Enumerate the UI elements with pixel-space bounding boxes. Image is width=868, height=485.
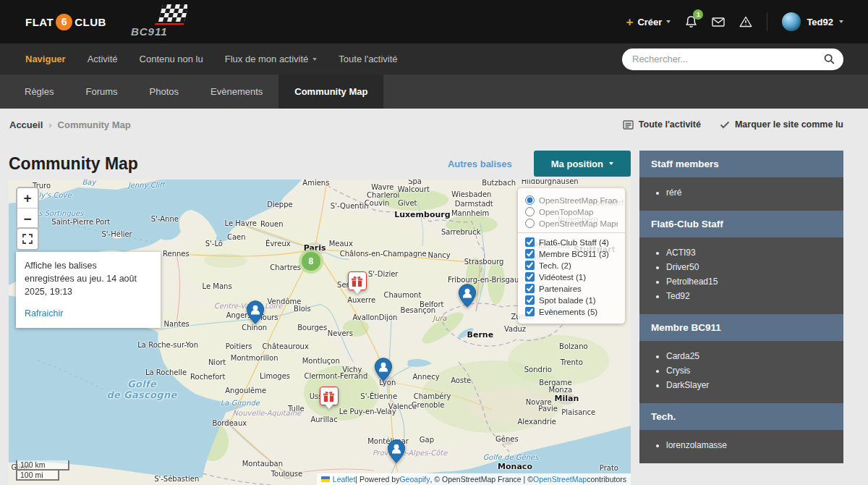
overlay-option[interactable]: Flat6-Club Staff (4) — [525, 237, 618, 247]
nav-item-activit[interactable]: Activité — [88, 54, 118, 64]
map-marker-member[interactable] — [374, 358, 392, 381]
member-link[interactable]: ACTI93 — [666, 247, 836, 258]
overlay-checkbox[interactable] — [525, 272, 535, 282]
page-title: Community Map — [9, 154, 138, 174]
primary-nav: NaviguerActivitéContenu non luFlux de mo… — [0, 43, 868, 75]
notifications-button[interactable]: 1 — [685, 15, 697, 28]
bc911-logo[interactable]: BC911 — [131, 4, 187, 39]
map-info-line2: enregistrées au jeu. 14 août 2025, 19:13 — [25, 272, 152, 298]
attribution-text: | Powered by — [355, 475, 399, 484]
chevron-down-icon — [666, 20, 671, 23]
my-position-label: Ma position — [551, 159, 603, 169]
nav-item-flux-de-mon-activit[interactable]: Flux de mon activité — [225, 54, 318, 64]
create-button[interactable]: + Créer — [626, 16, 671, 28]
member-link[interactable]: Petrolhead15 — [666, 276, 836, 287]
notification-badge: 1 — [693, 9, 703, 20]
subnav-item-photos[interactable]: Photos — [134, 75, 195, 109]
envelope-icon — [712, 17, 725, 27]
base-layer-option[interactable]: OpenStreetMap France — [525, 195, 618, 205]
geoapify-link[interactable]: Geoapify — [399, 475, 430, 484]
leaflet-link[interactable]: Leaflet — [333, 475, 356, 484]
map-marker-cluster[interactable]: 8 — [299, 249, 323, 274]
overlay-checkbox[interactable] — [525, 261, 535, 270]
overlay-checkbox[interactable] — [525, 237, 535, 247]
sidebar-group-title: Staff members — [639, 151, 843, 177]
fullscreen-button[interactable] — [16, 227, 39, 250]
search-input[interactable] — [622, 54, 820, 64]
refresh-link[interactable]: Rafraichir — [25, 307, 64, 320]
overlay-list: Flat6-Club Staff (4)Membre BC911 (3)Tech… — [525, 237, 618, 316]
overlay-option[interactable]: Evènements (5) — [525, 307, 618, 316]
map-info-line1: Affiche les balises — [25, 259, 152, 272]
sidebar-group-body: ACTI93Driver50Petrolhead15Ted92 — [639, 237, 843, 314]
member-link[interactable]: DarkSlayer — [666, 379, 836, 391]
flat6club-logo[interactable]: FLAT 6 CLUB — [25, 14, 106, 30]
base-layer-radio[interactable] — [525, 195, 535, 205]
map-marker-event[interactable] — [320, 387, 339, 409]
overlay-option[interactable]: Partenaires — [525, 284, 618, 293]
member-link[interactable]: réré — [666, 187, 836, 198]
chevron-down-icon — [609, 162, 613, 165]
community-map[interactable]: TruroNelly's CoveBayJenny Cliffles Sorti… — [9, 180, 631, 485]
secondary-nav-items: RèglesForumsPhotosEvènementsCommunity Ma… — [9, 75, 383, 109]
logo-club-text: CLUB — [75, 16, 106, 28]
osm-link[interactable]: OpenStreetMap — [533, 475, 587, 484]
subnav-item-r-gles[interactable]: Règles — [9, 75, 69, 109]
member-link[interactable]: Crysis — [666, 365, 836, 376]
member-link[interactable]: lorenzolamasse — [666, 439, 836, 451]
chevron-down-icon — [312, 58, 317, 61]
member-link[interactable]: Ted92 — [666, 290, 836, 302]
member-link[interactable]: Carda25 — [666, 350, 836, 362]
layers-control[interactable]: OpenStreetMap FranceOpenTopoMapOpenStree… — [518, 188, 625, 324]
overlay-option[interactable]: Spot balade (1) — [525, 295, 618, 305]
subnav-item-forums[interactable]: Forums — [69, 75, 133, 109]
cluster-count: 8 — [302, 252, 320, 271]
member-link[interactable]: Driver50 — [666, 261, 836, 273]
overlay-option[interactable]: Vidéotest (1) — [525, 272, 618, 282]
base-layer-radio[interactable] — [525, 219, 535, 228]
map-marker-member[interactable] — [458, 284, 476, 308]
nav-item-contenu-non-lu[interactable]: Contenu non lu — [140, 54, 203, 64]
overlay-checkbox[interactable] — [525, 284, 535, 293]
nav-item-toute-l-activit[interactable]: Toute l'activité — [339, 54, 397, 64]
subnav-item-community-map[interactable]: Community Map — [278, 75, 383, 109]
search-icon — [824, 54, 835, 64]
zoom-in-button[interactable]: + — [17, 188, 38, 208]
overlay-option[interactable]: Tech. (2) — [525, 261, 618, 270]
nav-item-naviguer[interactable]: Naviguer — [25, 54, 66, 64]
page: FLAT 6 CLUB BC911 + — [0, 0, 868, 485]
breadcrumb-home[interactable]: Accueil — [9, 119, 43, 130]
search-box[interactable] — [622, 48, 843, 70]
scale-control: 100 km 100 mi — [16, 460, 69, 481]
user-menu[interactable]: Ted92 — [782, 12, 843, 31]
overlay-checkbox[interactable] — [525, 307, 535, 316]
sidebar-group-body: Carda25CrysisDarkSlayer — [639, 341, 843, 403]
base-layer-option[interactable]: OpenStreetMap Mapnik — [525, 219, 618, 228]
my-position-button[interactable]: Ma position — [534, 151, 631, 177]
overlay-checkbox[interactable] — [525, 249, 535, 258]
map-marker-member[interactable] — [387, 439, 405, 463]
other-beacons-link[interactable]: Autres balises — [448, 159, 512, 169]
base-layer-option[interactable]: OpenTopoMap — [525, 207, 618, 216]
sidebar-group-body: lorenzolamasse — [639, 430, 843, 463]
all-activity-link[interactable]: Toute l'activité — [623, 119, 701, 130]
messages-button[interactable] — [712, 17, 725, 27]
plus-icon: + — [626, 16, 633, 28]
scale-mi: 100 mi — [16, 471, 59, 481]
map-marker-event[interactable] — [348, 271, 367, 294]
activity-stream-icon — [623, 120, 634, 130]
layers-separator — [518, 232, 625, 233]
attribution-text: contributors — [587, 475, 626, 484]
moderation-button[interactable] — [739, 16, 752, 28]
zoom-out-button[interactable]: − — [17, 208, 38, 229]
ukraine-flag-icon — [321, 476, 330, 482]
subnav-item-ev-nements[interactable]: Evènements — [195, 75, 278, 109]
base-layer-radio[interactable] — [525, 207, 535, 216]
mark-read-link[interactable]: Marquer le site comme lu — [720, 119, 843, 130]
warning-icon — [739, 16, 752, 28]
overlay-checkbox[interactable] — [525, 295, 535, 305]
map-marker-member[interactable] — [247, 300, 265, 324]
search-button[interactable] — [820, 54, 843, 64]
sidebar-groups: Staff membersréréFlat6-Club StaffACTI93D… — [639, 151, 843, 463]
overlay-option[interactable]: Membre BC911 (3) — [525, 249, 618, 258]
